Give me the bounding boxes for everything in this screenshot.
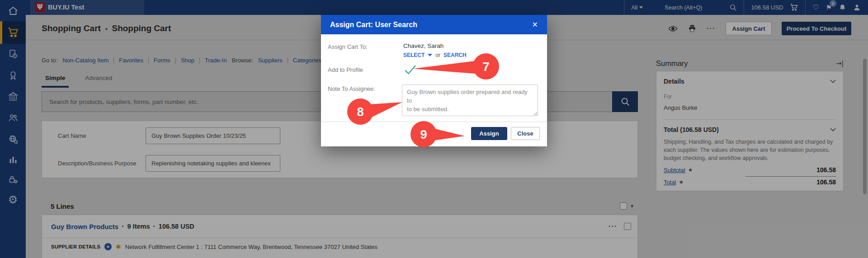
close-icon[interactable]: ✕ <box>532 20 538 29</box>
assign-cart-to-label: Assign Cart To: <box>328 42 403 58</box>
svg-text:9: 9 <box>420 127 427 141</box>
step-7-callout: 7 <box>406 52 502 82</box>
note-to-assignee-textarea[interactable]: Guy Brown supplies order prepared and re… <box>402 84 538 116</box>
svg-text:8: 8 <box>357 105 364 119</box>
add-to-profile-label: Add to Profile <box>328 66 403 77</box>
step-8-callout: 8 <box>344 96 407 127</box>
assignee-name: Chavez, Sarah <box>403 42 467 49</box>
svg-text:7: 7 <box>482 60 490 74</box>
modal-title: Assign Cart: User Search <box>330 21 532 29</box>
close-button[interactable]: Close <box>511 127 540 140</box>
step-9-callout: 9 <box>407 119 468 149</box>
assign-button[interactable]: Assign <box>471 127 507 140</box>
